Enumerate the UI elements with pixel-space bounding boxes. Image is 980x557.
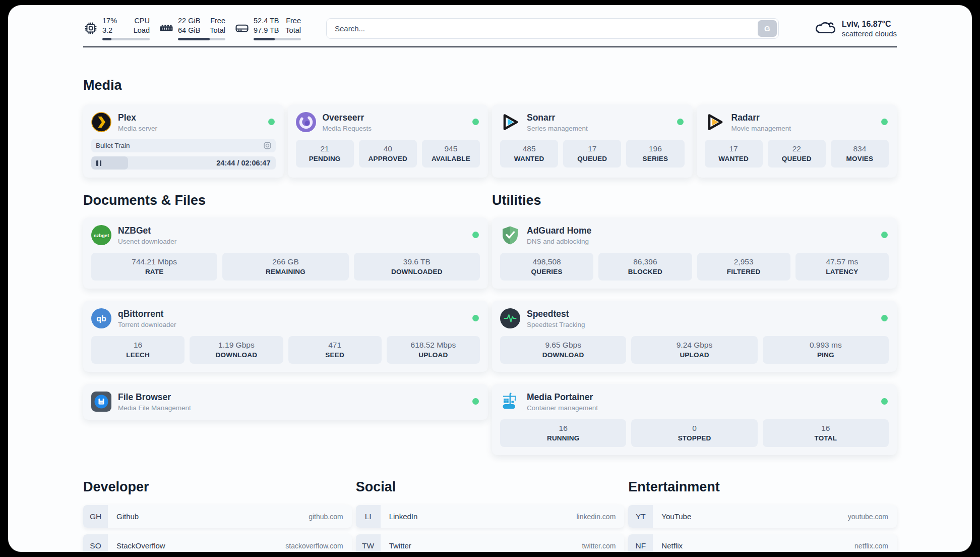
stat-label: LEECH [93,351,182,359]
speedtest-card[interactable]: Speedtest Speedtest Tracking 9.65 Gbps D… [492,301,897,372]
app-description: Media server [118,125,157,132]
status-dot [472,315,479,321]
cpu-chip-icon [83,16,98,40]
app-name: AdGuard Home [527,226,591,236]
portainer-logo-icon [500,392,520,412]
playback-time: 24:44 / 02:06:47 [216,159,270,167]
stat-label: WANTED [502,155,556,162]
stat-tile: 22 QUEUED [768,140,826,168]
stat-label: FILTERED [699,268,788,275]
stat-tile: 21 PENDING [296,140,354,168]
radarr-logo-icon [705,112,725,132]
stat-tile: 47.57 ms LATENCY [795,253,889,281]
stat-value: 17 [565,144,619,153]
stat-label: DOWNLOAD [502,351,624,359]
app-description: Series management [527,125,588,132]
memory-labels: FreeTotal [210,16,225,35]
stat-value: 1.19 Gbps [192,341,281,350]
app-name: Sonarr [527,113,588,123]
disk-progress-bar [254,38,301,40]
adguard-card[interactable]: AdGuard Home DNS and adblocking 498,508 … [492,217,897,289]
stat-label: QUEUED [770,155,824,162]
app-description: Media Requests [323,125,372,132]
stat-label: TOTAL [765,434,887,442]
weather-widget: Lviv, 16.87°C scattered clouds [814,19,897,38]
bookmark-github[interactable]: GH Github github.com [83,505,352,528]
stat-label: WANTED [707,155,761,162]
stat-value: 86,396 [600,257,690,266]
stat-value: 498,508 [502,257,591,266]
stat-value: 0 [633,424,755,433]
filebrowser-card[interactable]: File Browser Media File Management [83,384,488,420]
stat-tile: 744.21 Mbps RATE [91,253,217,281]
cpu-monitor: 17%3.2 CPULoad [83,16,150,40]
status-dot [881,398,888,405]
bookmark-url: linkedin.com [577,513,616,521]
sonarr-card[interactable]: Sonarr Series management 485 WANTED 17 Q… [492,104,693,178]
search-input[interactable] [326,18,779,39]
status-dot [881,315,888,321]
stat-value: 21 [298,144,352,153]
plex-card[interactable]: Plex Media server Bullet Train [83,104,284,178]
app-description: Media File Management [118,404,191,412]
qbittorrent-logo-icon: qb [91,308,111,328]
bookmark-linkedin[interactable]: LI LinkedIn linkedin.com [356,505,625,528]
bookmark-name: LinkedIn [389,512,418,521]
app-name: qBittorrent [118,309,176,319]
section-title-media: Media [83,78,897,93]
nzbget-card[interactable]: nzbget NZBGet Usenet downloader 74 [83,217,488,289]
stat-tile: 1.19 Gbps DOWNLOAD [190,336,283,364]
stat-tile: 86,396 BLOCKED [598,253,692,281]
media-card-row: Plex Media server Bullet Train [83,104,897,178]
app-description: Speedtest Tracking [527,321,585,328]
section-title-documents: Documents & Files [83,193,488,208]
stat-tile: 485 WANTED [500,140,558,168]
radarr-card[interactable]: Radarr Movie management 17 WANTED 22 QUE… [697,104,897,178]
stat-label: UPLOAD [633,351,755,359]
bookmark-abbr: YT [628,505,653,528]
memory-values: 22 GiB64 GiB [178,16,200,35]
stat-label: STOPPED [633,434,755,442]
stat-value: 16 [502,424,624,433]
portainer-card[interactable]: Media Portainer Container management 16 … [492,384,897,455]
bookmark-youtube[interactable]: YT YouTube youtube.com [628,505,897,528]
search-provider-button[interactable]: G [758,20,777,37]
stat-label: SEED [290,351,380,359]
bookmark-url: github.com [309,513,343,521]
app-name: Plex [118,113,157,123]
stat-label: BLOCKED [600,268,690,275]
memory-monitor: 22 GiB64 GiB FreeTotal [159,16,225,40]
overseerr-card[interactable]: Overseerr Media Requests 21 PENDING 40 A… [288,104,488,178]
stat-label: PING [765,351,887,359]
stat-tile: 16 RUNNING [500,419,626,447]
bookmark-stackoverflow[interactable]: SO StackOverflow stackoverflow.com [83,534,352,552]
stat-value: 22 [770,144,824,153]
cpu-labels: CPULoad [134,16,150,35]
bookmark-name: Netflix [661,541,683,550]
stat-label: APPROVED [361,155,415,162]
stream-info-icon[interactable] [264,142,271,149]
bookmark-abbr: GH [83,505,108,528]
stat-tile: 40 APPROVED [359,140,417,168]
status-dot [881,232,888,238]
bookmark-abbr: SO [83,534,108,552]
bookmark-twitter[interactable]: TW Twitter twitter.com [356,534,625,552]
bookmark-abbr: TW [356,534,381,552]
bookmark-netflix[interactable]: NF Netflix netflix.com [628,534,897,552]
section-title-utilities: Utilities [492,193,897,208]
stat-tile: 39.6 TB DOWNLOADED [354,253,480,281]
qbittorrent-card[interactable]: qb qBittorrent Torrent downloader [83,301,488,372]
stat-tile: 498,508 QUERIES [500,253,593,281]
app-name: Media Portainer [527,392,598,403]
app-description: DNS and adblocking [527,238,591,245]
stat-label: QUERIES [502,268,591,275]
app-description: Container management [527,404,598,412]
bookmark-name: StackOverflow [116,541,165,550]
stat-label: MOVIES [833,155,887,162]
stat-label: SERIES [628,155,682,162]
app-name: Speedtest [527,309,585,319]
stat-value: 17 [707,144,761,153]
app-name: Radarr [731,113,791,123]
stat-label: QUEUED [565,155,619,162]
stat-tile: 17 QUEUED [563,140,621,168]
